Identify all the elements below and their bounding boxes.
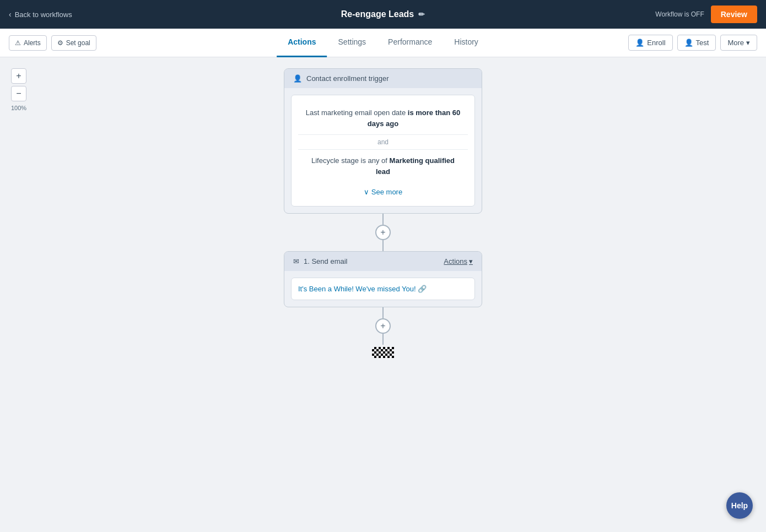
workflow-diagram: 👤 Contact enrollment trigger Last market… xyxy=(273,68,493,358)
more-label: More xyxy=(727,39,744,47)
enroll-button[interactable]: 👤 Enroll xyxy=(628,35,672,51)
condition1-prefix: Last marketing email open date xyxy=(306,108,408,117)
action-card-1[interactable]: ✉ 1. Send email Actions ▾ It's Been a Wh… xyxy=(284,251,482,307)
goal-icon: ⚙ xyxy=(57,39,63,47)
condition2-operator: is any of xyxy=(361,156,390,165)
test-label: Test xyxy=(696,39,709,47)
trigger-card[interactable]: 👤 Contact enrollment trigger Last market… xyxy=(284,68,482,214)
action-header-label: 1. Send email xyxy=(304,257,348,265)
tab-history-label: History xyxy=(454,37,478,46)
chevron-down-icon: ∨ xyxy=(364,188,369,196)
back-to-workflows-link[interactable]: ‹ Back to workflows xyxy=(9,10,72,19)
back-link-label: Back to workflows xyxy=(15,10,72,19)
tab-performance-label: Performance xyxy=(388,37,432,46)
more-chevron-icon: ▾ xyxy=(746,39,750,47)
zoom-controls: + − 100% xyxy=(11,68,26,111)
connector-line-1 xyxy=(382,214,384,225)
tab-bar-right: 👤 Enroll 👤 Test More ▾ xyxy=(628,35,757,51)
tab-settings-label: Settings xyxy=(338,37,366,46)
tab-actions[interactable]: Actions xyxy=(277,29,327,57)
condition1-operator: is more than xyxy=(408,108,452,117)
condition-1[interactable]: Last marketing email open date is more t… xyxy=(298,102,468,134)
back-arrow-icon: ‹ xyxy=(9,10,12,19)
review-button[interactable]: Review xyxy=(711,6,757,23)
tab-bar: ⚠ Alerts ⚙ Set goal Actions Settings Per… xyxy=(0,29,766,57)
trigger-header-label: Contact enrollment trigger xyxy=(306,74,389,83)
trigger-header: 👤 Contact enrollment trigger xyxy=(284,69,482,88)
enroll-label: Enroll xyxy=(647,39,665,47)
set-goal-button[interactable]: ⚙ Set goal xyxy=(51,35,96,51)
workflow-title: Re-engage Leads ✏ xyxy=(341,9,425,19)
add-step-button-1[interactable]: + xyxy=(375,225,391,240)
set-goal-label: Set goal xyxy=(66,39,90,47)
workflow-status: Workflow is OFF xyxy=(655,10,704,18)
zoom-level: 100% xyxy=(11,105,26,111)
test-button[interactable]: 👤 Test xyxy=(677,35,716,51)
alert-icon: ⚠ xyxy=(15,39,21,47)
more-button[interactable]: More ▾ xyxy=(720,35,757,51)
action-header-left: ✉ 1. Send email xyxy=(293,257,348,265)
tabs-center: Actions Settings Performance History xyxy=(277,29,489,57)
zoom-out-button[interactable]: − xyxy=(11,86,26,101)
tab-actions-label: Actions xyxy=(288,37,316,46)
edit-title-icon[interactable]: ✏ xyxy=(418,10,425,19)
tab-bar-left: ⚠ Alerts ⚙ Set goal xyxy=(9,35,96,51)
workflow-title-text: Re-engage Leads xyxy=(341,9,414,19)
connector-1: + xyxy=(375,214,391,251)
add-step-button-2[interactable]: + xyxy=(375,318,391,334)
action-header: ✉ 1. Send email Actions ▾ xyxy=(284,252,482,271)
help-button[interactable]: Help xyxy=(726,492,753,519)
condition-2[interactable]: Lifecycle stage is any of Marketing qual… xyxy=(298,150,468,182)
see-more-link[interactable]: ∨ See more xyxy=(298,182,468,199)
alerts-button[interactable]: ⚠ Alerts xyxy=(9,35,47,51)
alerts-label: Alerts xyxy=(24,39,41,47)
top-nav: ‹ Back to workflows Re-engage Leads ✏ Wo… xyxy=(0,0,766,29)
action-actions-label: Actions xyxy=(444,257,467,265)
action-header-right: Actions ▾ xyxy=(444,257,473,265)
email-icon: ✉ xyxy=(293,257,299,265)
connector-line-2 xyxy=(382,240,384,251)
email-template-link[interactable]: It's Been a While! We've missed You! 🔗 xyxy=(298,285,468,293)
email-link-text: It's Been a While! We've missed You! 🔗 xyxy=(298,285,427,293)
end-marker xyxy=(372,347,394,358)
bottom-connector: + xyxy=(372,307,394,358)
trigger-body: Last marketing email open date is more t… xyxy=(291,95,475,207)
test-icon: 👤 xyxy=(684,39,693,47)
condition-separator: and xyxy=(298,134,468,150)
nav-right: Workflow is OFF Review xyxy=(655,6,757,23)
action-body: It's Been a While! We've missed You! 🔗 xyxy=(291,278,475,300)
condition2-prefix: Lifecycle stage xyxy=(311,156,361,165)
action-dropdown-icon: ▾ xyxy=(469,257,473,265)
connector-line-3 xyxy=(382,307,384,318)
enroll-icon: 👤 xyxy=(635,39,644,47)
canvas-area: + − 100% 👤 Contact enrollment trigger La… xyxy=(0,57,766,532)
tab-history[interactable]: History xyxy=(443,29,489,57)
tab-settings[interactable]: Settings xyxy=(327,29,377,57)
zoom-in-button[interactable]: + xyxy=(11,68,26,84)
help-label: Help xyxy=(731,501,748,510)
see-more-label: See more xyxy=(371,188,402,196)
contact-icon: 👤 xyxy=(293,74,302,83)
connector-line-4 xyxy=(382,334,384,345)
tab-performance[interactable]: Performance xyxy=(377,29,443,57)
action-actions-button[interactable]: Actions ▾ xyxy=(444,257,473,265)
